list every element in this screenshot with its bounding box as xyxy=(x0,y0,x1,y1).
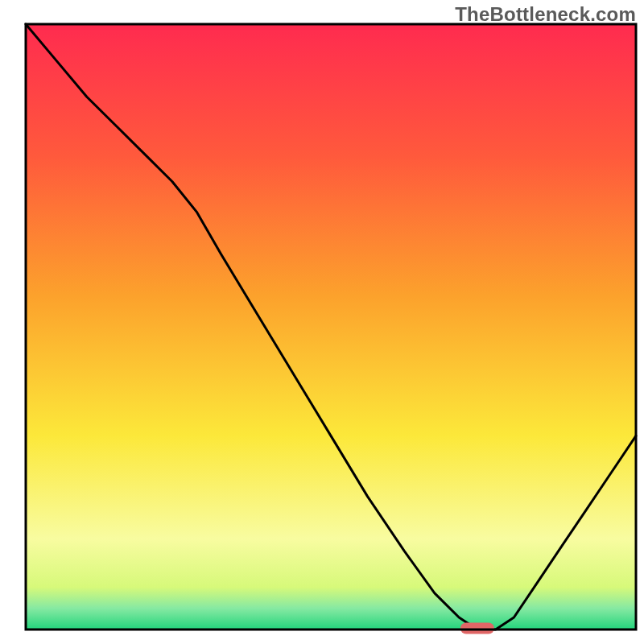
bottleneck-chart xyxy=(0,0,644,644)
watermark-text: TheBottleneck.com xyxy=(455,3,636,26)
optimal-marker xyxy=(460,622,494,634)
gradient-background xyxy=(26,24,636,630)
